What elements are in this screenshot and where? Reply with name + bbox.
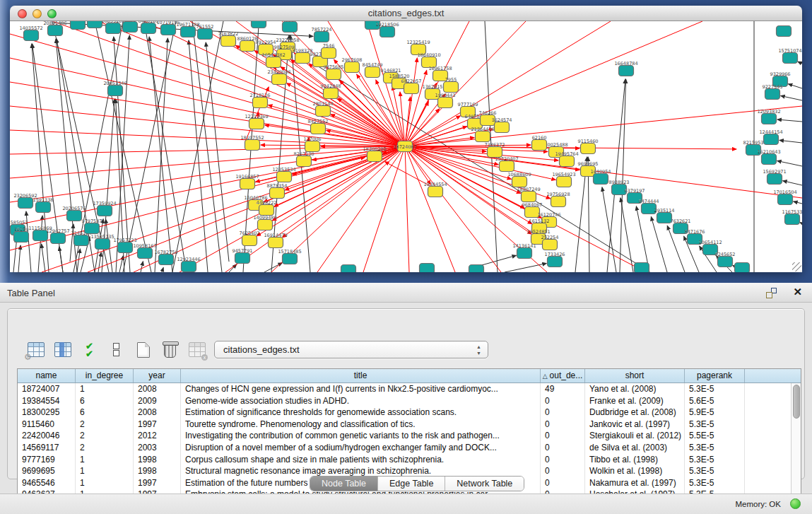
network-node-761552[interactable]: 761552 bbox=[196, 24, 214, 40]
select-rows-icon[interactable]: ✔✔ bbox=[80, 340, 99, 359]
row-options-icon[interactable] bbox=[107, 340, 126, 359]
network-node[interactable] bbox=[71, 21, 86, 30]
create-table-icon[interactable]: ⚙ bbox=[26, 340, 45, 359]
network-node-9115460[interactable]: 9115460 bbox=[578, 139, 599, 154]
network-node-12093832[interactable]: 12093832 bbox=[757, 109, 780, 124]
resize-grip-icon[interactable] bbox=[792, 262, 801, 271]
network-node-12213369[interactable]: 12213369 bbox=[245, 114, 268, 129]
tab-network-table[interactable]: Network Table bbox=[445, 477, 524, 491]
network-node[interactable] bbox=[635, 263, 649, 273]
column-header-pagerank[interactable]: pagerank bbox=[685, 369, 745, 382]
network-node-9875685[interactable]: 9875685 bbox=[324, 64, 344, 80]
table-row[interactable]: 977716911998Corpus callosum shape and si… bbox=[18, 454, 801, 466]
network-node-19495764[interactable]: 19495764 bbox=[555, 151, 578, 167]
network-node-8878354[interactable]: 8878354 bbox=[267, 183, 288, 199]
network-node[interactable] bbox=[252, 21, 266, 28]
network-node-9227343[interactable]: 9227343 bbox=[763, 84, 783, 100]
network-node-8860128[interactable]: 8860128 bbox=[237, 36, 258, 52]
window-titlebar[interactable]: citations_edges.txt bbox=[10, 6, 802, 21]
tab-node-table[interactable]: Node Table bbox=[310, 477, 378, 491]
table-row[interactable]: 911546021997Tourette syndrome. Phenomeno… bbox=[18, 419, 801, 431]
network-canvas[interactable]: 1872400771638228860128891295423226058982… bbox=[10, 21, 802, 272]
network-node-15751074[interactable]: 15751074 bbox=[778, 48, 801, 64]
network-node[interactable] bbox=[469, 265, 484, 273]
table-row[interactable]: 1938455462009Genome-wide association stu… bbox=[18, 395, 801, 407]
network-node-8454749[interactable]: 8454749 bbox=[363, 62, 383, 78]
network-node-7625402[interactable]: 7625402 bbox=[240, 230, 260, 246]
column-header-title[interactable]: title bbox=[181, 369, 541, 382]
table-row[interactable]: 1456911722003Disruption of a novel membe… bbox=[18, 442, 801, 454]
column-header-name[interactable]: name bbox=[18, 369, 76, 382]
network-node-1167533[interactable]: 1167533 bbox=[782, 209, 802, 225]
network-node-19218506[interactable]: 19218506 bbox=[375, 22, 399, 37]
network-node-10958167[interactable]: 10958167 bbox=[133, 243, 156, 259]
column-header-out_de[interactable]: △out_de... bbox=[541, 369, 585, 382]
network-node-2967608[interactable]: 2967608 bbox=[342, 57, 363, 73]
network-node-8267130[interactable]: 8267130 bbox=[294, 151, 314, 167]
network-node-2935114[interactable]: 2935114 bbox=[654, 208, 675, 223]
column-header-short[interactable]: short bbox=[585, 369, 685, 382]
network-node-19654923[interactable]: 19654923 bbox=[552, 172, 575, 187]
network-node-9797587[interactable]: 9797587 bbox=[82, 218, 102, 234]
network-node-7163822[interactable]: 7163822 bbox=[218, 31, 239, 47]
network-node-1733426[interactable]: 1733426 bbox=[545, 252, 565, 267]
network-node-8427552[interactable]: 8427552 bbox=[308, 119, 329, 134]
table-row[interactable]: 2242004622012Investigating the contribut… bbox=[18, 430, 801, 442]
network-node-252254[interactable]: 252254 bbox=[541, 235, 559, 250]
network-node-7546[interactable]: 7546 bbox=[322, 43, 336, 59]
network-node-15720407[interactable]: 15720407 bbox=[495, 156, 518, 172]
network-node[interactable] bbox=[88, 21, 102, 28]
network-node-9242848[interactable]: 9242848 bbox=[321, 83, 341, 99]
table-selector-dropdown[interactable]: citations_edges.txt ▲▼ bbox=[214, 341, 488, 358]
network-node-19756928[interactable]: 19756928 bbox=[546, 192, 570, 207]
network-node-18807249[interactable]: 18807249 bbox=[517, 187, 540, 202]
network-node[interactable] bbox=[420, 264, 435, 273]
network-node-7857224[interactable]: 7857224 bbox=[312, 27, 332, 42]
network-node-16648784[interactable]: 16648784 bbox=[614, 61, 637, 76]
network-node-16914479[interactable]: 16914479 bbox=[264, 233, 287, 248]
network-node-16033809[interactable]: 16033809 bbox=[278, 21, 301, 33]
network-node[interactable] bbox=[735, 263, 750, 273]
network-node-19384554[interactable]: 19384554 bbox=[423, 182, 447, 197]
network-node-7955[interactable]: 7955 bbox=[444, 77, 459, 93]
network-node-2718126[interactable]: 2718126 bbox=[250, 93, 271, 108]
network-node-62160[interactable]: 62160 bbox=[532, 135, 547, 151]
network-node[interactable] bbox=[341, 265, 356, 273]
network-graph[interactable]: 1872400771638228860128891295423226058982… bbox=[10, 21, 802, 272]
network-node-10653287[interactable]: 10653287 bbox=[101, 21, 124, 34]
network-node-9245652[interactable]: 9245652 bbox=[715, 252, 736, 267]
network-node-12923446[interactable]: 12923446 bbox=[177, 257, 200, 272]
network-node-3624574[interactable]: 3624574 bbox=[492, 117, 512, 133]
network-node-13505135[interactable]: 13505135 bbox=[90, 234, 114, 250]
column-header-year[interactable]: year bbox=[134, 369, 181, 382]
tab-edge-table[interactable]: Edge Table bbox=[378, 477, 445, 491]
memory-status-indicator[interactable] bbox=[790, 498, 801, 509]
network-node-117006[interactable]: 117006 bbox=[304, 136, 322, 152]
network-node-1640954[interactable]: 1640954 bbox=[591, 169, 611, 185]
import-table-icon[interactable]: x bbox=[187, 340, 206, 359]
float-panel-icon[interactable] bbox=[766, 288, 777, 298]
network-node[interactable] bbox=[777, 26, 792, 37]
network-node-9457791[interactable]: 9457791 bbox=[233, 248, 253, 264]
close-panel-icon[interactable]: ✕ bbox=[793, 286, 802, 298]
network-node-6466161[interactable]: 6466161 bbox=[139, 21, 159, 34]
table-row[interactable]: 1830029562008Estimation of significance … bbox=[18, 407, 801, 419]
table-scrollbar[interactable] bbox=[791, 383, 801, 499]
network-node-7386372[interactable]: 7386372 bbox=[485, 142, 505, 158]
network-node-20891406[interactable]: 20891406 bbox=[43, 21, 66, 36]
show-column-icon[interactable] bbox=[53, 340, 72, 359]
network-node-6822057[interactable]: 6822057 bbox=[401, 78, 422, 94]
network-node-2803144[interactable]: 2803144 bbox=[313, 101, 334, 117]
network-node-18107552[interactable]: 18107552 bbox=[240, 135, 264, 151]
network-node-20053346[interactable]: 20053346 bbox=[103, 81, 126, 96]
network-node-16210643[interactable]: 16210643 bbox=[757, 149, 780, 165]
table-row[interactable]: 1872400712008Changes of HCN gene express… bbox=[18, 383, 801, 395]
network-node-14136141[interactable]: 14136141 bbox=[512, 243, 536, 259]
new-file-icon[interactable] bbox=[134, 340, 153, 359]
column-header-in_degree[interactable]: in_degree bbox=[76, 369, 134, 382]
network-node-15692971[interactable]: 15692971 bbox=[763, 169, 786, 185]
network-node-4498222[interactable]: 4498222 bbox=[257, 200, 277, 216]
network-node-1527602[interactable]: 1527602 bbox=[120, 21, 141, 33]
network-node-15718485[interactable]: 15718485 bbox=[278, 249, 301, 264]
network-node-39159[interactable]: 39159 bbox=[14, 227, 29, 243]
